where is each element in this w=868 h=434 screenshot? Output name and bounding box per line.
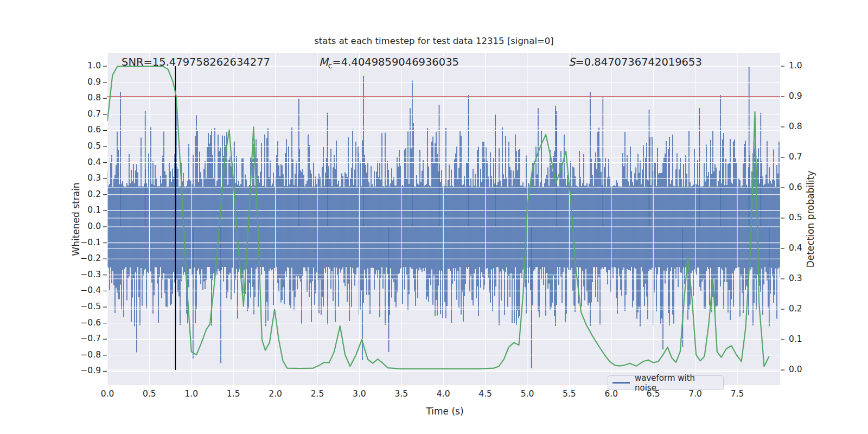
chirp-mass-value: =4.4049859046936035 xyxy=(333,56,459,68)
y-right-tick-label: 0.1 xyxy=(789,334,827,344)
x-tick-label: 2.5 xyxy=(301,389,334,399)
x-tick-label: 1.5 xyxy=(217,389,250,399)
legend-waveform-label: waveform with noise xyxy=(635,373,719,393)
chirp-mass-annotation: Mc=4.4049859046936035 xyxy=(319,56,459,70)
y-right-tick-label: 1.0 xyxy=(789,61,827,71)
y-left-tick-label: 0.0 xyxy=(63,221,101,231)
y-right-tick-label: 0.9 xyxy=(789,91,827,101)
snr-annotation: SNR=15.479758262634277 xyxy=(122,56,270,68)
significance-symbol: S xyxy=(569,56,575,68)
y-left-tick-label: 1.0 xyxy=(63,61,101,71)
x-tick-label: 4.5 xyxy=(469,389,502,399)
y-right-tick-label: 0.5 xyxy=(789,213,827,222)
y-left-tick-label: −0.9 xyxy=(63,366,101,375)
x-tick-label: 1.0 xyxy=(175,389,208,399)
legend-waveform-line-sample xyxy=(612,382,630,383)
x-tick-label: 4.0 xyxy=(427,389,459,399)
y-right-tick-label: 0.3 xyxy=(789,273,827,283)
y-left-tick-label: 0.7 xyxy=(63,109,101,119)
y-right-tick-label: 0.7 xyxy=(789,152,827,162)
significance-value: =0.8470736742019653 xyxy=(575,56,701,68)
x-tick-label: 0.0 xyxy=(91,389,124,399)
y-left-tick-label: −0.1 xyxy=(63,238,101,247)
x-tick-label: 2.0 xyxy=(259,389,292,399)
y-left-tick-label: −0.2 xyxy=(63,253,101,263)
chirp-mass-subscript: c xyxy=(328,61,333,70)
chirp-mass-symbol: M xyxy=(319,56,328,68)
y-left-tick-label: 0.9 xyxy=(63,77,101,87)
y-left-tick-label: 0.5 xyxy=(63,141,101,151)
x-tick-label: 6.0 xyxy=(595,389,628,399)
y-right-tick-label: 0.0 xyxy=(789,365,827,374)
x-tick-label: 7.5 xyxy=(721,389,754,399)
y-left-tick-label: 0.4 xyxy=(63,157,101,167)
y-left-tick-label: 0.3 xyxy=(63,173,101,183)
x-tick-label: 0.5 xyxy=(133,389,165,399)
y-right-tick-label: 0.8 xyxy=(789,122,827,131)
y-left-tick-label: −0.4 xyxy=(63,285,101,295)
y-left-tick-label: 0.1 xyxy=(63,205,101,215)
significance-annotation: S=0.8470736742019653 xyxy=(569,56,702,68)
y-left-tick-label: −0.3 xyxy=(63,270,101,279)
y-left-tick-label: −0.5 xyxy=(63,302,101,311)
y-left-tick-label: −0.6 xyxy=(63,318,101,328)
y-right-tick-label: 0.4 xyxy=(789,243,827,253)
y-left-tick-label: −0.8 xyxy=(63,350,101,360)
y-left-tick-label: 0.8 xyxy=(63,93,101,103)
y-left-tick-label: 0.2 xyxy=(63,189,101,199)
y-left-tick-label: −0.7 xyxy=(63,334,101,343)
y-right-tick-label: 0.6 xyxy=(789,182,827,192)
y-left-tick-label: 0.6 xyxy=(63,125,101,135)
figure: stats at each timestep for test data 123… xyxy=(0,0,868,434)
x-tick-label: 3.0 xyxy=(343,389,375,399)
x-tick-label: 5.0 xyxy=(511,389,544,399)
legend: waveform with noise xyxy=(608,375,724,390)
x-tick-label: 5.5 xyxy=(553,389,585,399)
x-tick-label: 3.5 xyxy=(385,389,418,399)
chart-title: stats at each timestep for test data 123… xyxy=(0,36,868,46)
y-right-tick-label: 0.2 xyxy=(789,304,827,314)
x-axis-label: Time (s) xyxy=(0,406,868,417)
